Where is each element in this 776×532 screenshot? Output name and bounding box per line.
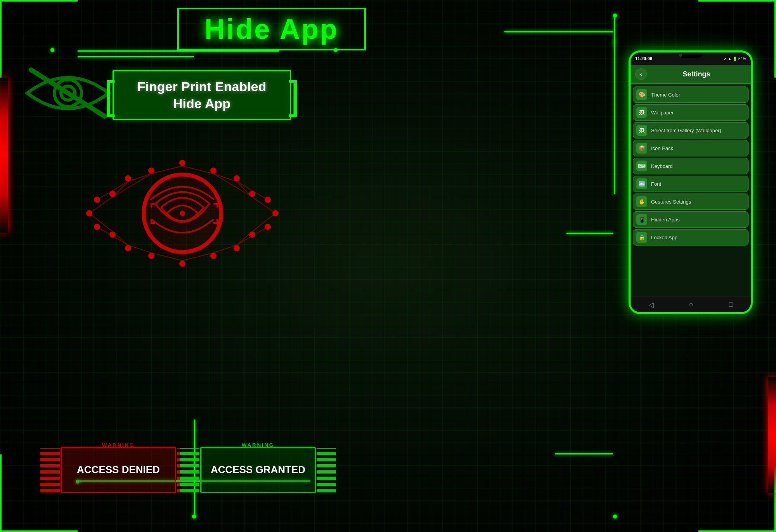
menu-item-icon-6: ✋ — [636, 196, 647, 207]
title-bracket: Hide App — [189, 8, 354, 50]
menu-item-0[interactable]: 🎨Theme Color — [633, 86, 748, 103]
svg-point-12 — [179, 261, 185, 267]
title-area: Hide App — [78, 8, 466, 50]
svg-line-35 — [128, 245, 151, 253]
svg-line-31 — [89, 197, 113, 213]
warning-denied: WARNING ACCESS DENIED — [50, 439, 186, 501]
svg-point-4 — [180, 211, 184, 215]
scanner-area — [47, 140, 318, 287]
nav-recent[interactable]: □ — [729, 301, 733, 309]
circuit-dot-3 — [613, 14, 617, 17]
nav-home[interactable]: ○ — [689, 301, 693, 309]
menu-item-6[interactable]: ✋Gestures Settings — [633, 193, 748, 210]
menu-item-7[interactable]: 📱Hidden Apps — [633, 211, 748, 228]
circuit-h-5 — [566, 233, 613, 234]
menu-item-icon-0: 🎨 — [636, 89, 647, 100]
menu-item-icon-5: 🔤 — [636, 178, 647, 189]
menu-item-icon-1: 🖼 — [636, 107, 647, 118]
svg-line-32 — [252, 197, 275, 213]
app-title: Hide App — [204, 13, 338, 45]
menu-item-8[interactable]: 🔒Locked App — [633, 229, 748, 245]
circuit-dot-1 — [50, 48, 54, 52]
red-left-accent — [0, 78, 8, 233]
granted-text: ACCESS GRANTED — [211, 464, 305, 476]
phone-status-bar: 11:20:06 ✕ ▲ 🔋 54% — [630, 52, 751, 65]
red-right-accent — [768, 377, 776, 493]
denied-text: ACCESS DENIED — [77, 464, 160, 476]
eye-icon — [23, 62, 113, 124]
menu-item-3[interactable]: 📦Icon Pack — [633, 140, 748, 156]
feature-text: Finger Print Enabled Hide App — [125, 78, 278, 112]
menu-item-label-1: Wallpaper — [651, 110, 674, 116]
menu-item-icon-7: 📱 — [636, 214, 647, 225]
phone-notch — [679, 52, 702, 58]
granted-inner: ACCESS GRANTED — [200, 447, 316, 493]
granted-box: WARNING ACCESS GRANTED — [190, 439, 326, 501]
svg-point-5 — [179, 160, 185, 166]
svg-line-34 — [182, 253, 213, 261]
back-button[interactable]: ‹ — [635, 68, 647, 80]
svg-line-37 — [113, 231, 128, 245]
menu-item-label-7: Hidden Apps — [651, 217, 680, 223]
circuit-v-3 — [614, 39, 615, 194]
menu-item-2[interactable]: 🖼Select from Gallery (Wallpaper) — [633, 122, 748, 138]
feature-label: Finger Print Enabled Hide App — [113, 70, 291, 120]
menu-item-label-2: Select from Gallery (Wallpaper) — [651, 128, 721, 133]
status-icons: ✕ ▲ 🔋 54% — [724, 57, 746, 61]
warning-granted: WARNING ACCESS GRANTED — [190, 439, 326, 501]
circuit-dot-6 — [613, 515, 617, 518]
denied-box: WARNING ACCESS DENIED — [50, 439, 186, 501]
menu-item-icon-3: 📦 — [636, 143, 647, 154]
circuit-h-6 — [555, 453, 613, 454]
front-camera — [679, 54, 682, 57]
menu-item-label-3: Icon Pack — [651, 145, 673, 151]
menu-item-label-4: Keyboard — [651, 163, 673, 169]
menu-item-label-0: Theme Color — [651, 92, 680, 98]
menu-item-icon-4: ⌨ — [636, 161, 647, 171]
phone-settings-screen: ‹ Settings 🎨Theme Color🖼Wallpaper🖼Select… — [630, 65, 751, 297]
svg-line-26 — [182, 166, 213, 174]
svg-line-36 — [213, 245, 237, 253]
nav-back[interactable]: ◁ — [648, 301, 654, 309]
menu-item-1[interactable]: 🖼Wallpaper — [633, 104, 748, 121]
svg-line-46 — [237, 227, 268, 245]
settings-header: ‹ Settings — [630, 65, 751, 84]
svg-line-45 — [97, 227, 128, 245]
svg-line-42 — [213, 174, 252, 197]
phone-navigation: ◁ ○ □ — [630, 297, 751, 312]
settings-menu-list: 🎨Theme Color🖼Wallpaper🖼Select from Galle… — [630, 84, 751, 297]
label-box: Finger Print Enabled Hide App — [113, 70, 291, 120]
menu-item-label-8: Locked App — [651, 235, 677, 240]
svg-line-33 — [151, 253, 182, 261]
status-time: 11:20:06 — [635, 56, 652, 61]
denied-inner: ACCESS DENIED — [61, 447, 176, 493]
menu-item-5[interactable]: 🔤Font — [633, 176, 748, 192]
circuit-dot-5 — [192, 515, 196, 518]
svg-line-41 — [113, 174, 151, 197]
menu-item-label-5: Font — [651, 181, 661, 187]
circuit-h-3 — [504, 31, 613, 32]
circuit-h-2 — [78, 56, 194, 57]
menu-item-icon-2: 🖼 — [636, 125, 647, 136]
menu-item-4[interactable]: ⌨Keyboard — [633, 158, 748, 174]
svg-line-38 — [237, 231, 252, 245]
main-background: Hide App Finger Print Enabled Hide App — [0, 0, 776, 532]
menu-item-icon-8: 🔒 — [636, 232, 647, 243]
fingerprint-scanner — [50, 140, 314, 287]
settings-title: Settings — [647, 70, 746, 78]
circuit-h-1 — [78, 50, 279, 52]
corner-br — [698, 454, 776, 532]
menu-item-label-6: Gestures Settings — [651, 199, 691, 205]
svg-line-25 — [151, 166, 182, 174]
phone-mockup: 11:20:06 ✕ ▲ 🔋 54% ‹ Settings 🎨Theme Col… — [629, 50, 753, 314]
